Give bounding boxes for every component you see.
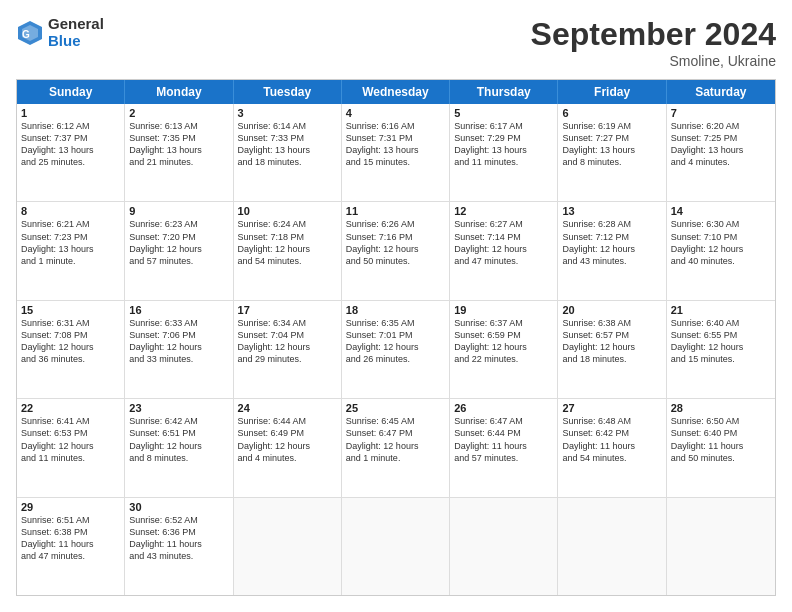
day-cell-5: 5Sunrise: 6:17 AM Sunset: 7:29 PM Daylig… bbox=[450, 104, 558, 201]
day-cell-21: 21Sunrise: 6:40 AM Sunset: 6:55 PM Dayli… bbox=[667, 301, 775, 398]
day-info: Sunrise: 6:50 AM Sunset: 6:40 PM Dayligh… bbox=[671, 415, 771, 464]
day-info: Sunrise: 6:21 AM Sunset: 7:23 PM Dayligh… bbox=[21, 218, 120, 267]
day-info: Sunrise: 6:44 AM Sunset: 6:49 PM Dayligh… bbox=[238, 415, 337, 464]
day-cell-10: 10Sunrise: 6:24 AM Sunset: 7:18 PM Dayli… bbox=[234, 202, 342, 299]
day-cell-6: 6Sunrise: 6:19 AM Sunset: 7:27 PM Daylig… bbox=[558, 104, 666, 201]
calendar-row-3: 15Sunrise: 6:31 AM Sunset: 7:08 PM Dayli… bbox=[17, 301, 775, 399]
day-number: 11 bbox=[346, 205, 445, 217]
title-block: September 2024 Smoline, Ukraine bbox=[531, 16, 776, 69]
day-info: Sunrise: 6:27 AM Sunset: 7:14 PM Dayligh… bbox=[454, 218, 553, 267]
day-cell-19: 19Sunrise: 6:37 AM Sunset: 6:59 PM Dayli… bbox=[450, 301, 558, 398]
day-number: 1 bbox=[21, 107, 120, 119]
logo: G General Blue bbox=[16, 16, 104, 49]
day-info: Sunrise: 6:47 AM Sunset: 6:44 PM Dayligh… bbox=[454, 415, 553, 464]
day-cell-12: 12Sunrise: 6:27 AM Sunset: 7:14 PM Dayli… bbox=[450, 202, 558, 299]
svg-text:G: G bbox=[22, 29, 30, 40]
subtitle: Smoline, Ukraine bbox=[531, 53, 776, 69]
header-day-tuesday: Tuesday bbox=[234, 80, 342, 104]
day-info: Sunrise: 6:38 AM Sunset: 6:57 PM Dayligh… bbox=[562, 317, 661, 366]
day-number: 15 bbox=[21, 304, 120, 316]
calendar-row-4: 22Sunrise: 6:41 AM Sunset: 6:53 PM Dayli… bbox=[17, 399, 775, 497]
day-info: Sunrise: 6:37 AM Sunset: 6:59 PM Dayligh… bbox=[454, 317, 553, 366]
month-title: September 2024 bbox=[531, 16, 776, 53]
day-number: 16 bbox=[129, 304, 228, 316]
page: G General Blue September 2024 Smoline, U… bbox=[0, 0, 792, 612]
day-cell-11: 11Sunrise: 6:26 AM Sunset: 7:16 PM Dayli… bbox=[342, 202, 450, 299]
day-cell-9: 9Sunrise: 6:23 AM Sunset: 7:20 PM Daylig… bbox=[125, 202, 233, 299]
header-day-monday: Monday bbox=[125, 80, 233, 104]
empty-cell bbox=[342, 498, 450, 595]
header: G General Blue September 2024 Smoline, U… bbox=[16, 16, 776, 69]
day-info: Sunrise: 6:48 AM Sunset: 6:42 PM Dayligh… bbox=[562, 415, 661, 464]
day-number: 26 bbox=[454, 402, 553, 414]
day-cell-20: 20Sunrise: 6:38 AM Sunset: 6:57 PM Dayli… bbox=[558, 301, 666, 398]
day-cell-2: 2Sunrise: 6:13 AM Sunset: 7:35 PM Daylig… bbox=[125, 104, 233, 201]
day-number: 22 bbox=[21, 402, 120, 414]
empty-cell bbox=[234, 498, 342, 595]
day-info: Sunrise: 6:26 AM Sunset: 7:16 PM Dayligh… bbox=[346, 218, 445, 267]
calendar-header: SundayMondayTuesdayWednesdayThursdayFrid… bbox=[17, 80, 775, 104]
day-number: 21 bbox=[671, 304, 771, 316]
logo-text: General Blue bbox=[48, 16, 104, 49]
day-info: Sunrise: 6:31 AM Sunset: 7:08 PM Dayligh… bbox=[21, 317, 120, 366]
day-cell-24: 24Sunrise: 6:44 AM Sunset: 6:49 PM Dayli… bbox=[234, 399, 342, 496]
day-info: Sunrise: 6:24 AM Sunset: 7:18 PM Dayligh… bbox=[238, 218, 337, 267]
header-day-friday: Friday bbox=[558, 80, 666, 104]
day-info: Sunrise: 6:23 AM Sunset: 7:20 PM Dayligh… bbox=[129, 218, 228, 267]
logo-icon: G bbox=[16, 19, 44, 47]
day-number: 9 bbox=[129, 205, 228, 217]
day-number: 20 bbox=[562, 304, 661, 316]
day-cell-13: 13Sunrise: 6:28 AM Sunset: 7:12 PM Dayli… bbox=[558, 202, 666, 299]
day-info: Sunrise: 6:33 AM Sunset: 7:06 PM Dayligh… bbox=[129, 317, 228, 366]
day-number: 12 bbox=[454, 205, 553, 217]
day-number: 10 bbox=[238, 205, 337, 217]
day-cell-3: 3Sunrise: 6:14 AM Sunset: 7:33 PM Daylig… bbox=[234, 104, 342, 201]
day-info: Sunrise: 6:52 AM Sunset: 6:36 PM Dayligh… bbox=[129, 514, 228, 563]
day-cell-23: 23Sunrise: 6:42 AM Sunset: 6:51 PM Dayli… bbox=[125, 399, 233, 496]
day-info: Sunrise: 6:51 AM Sunset: 6:38 PM Dayligh… bbox=[21, 514, 120, 563]
day-number: 3 bbox=[238, 107, 337, 119]
day-number: 24 bbox=[238, 402, 337, 414]
day-cell-18: 18Sunrise: 6:35 AM Sunset: 7:01 PM Dayli… bbox=[342, 301, 450, 398]
header-day-wednesday: Wednesday bbox=[342, 80, 450, 104]
day-number: 25 bbox=[346, 402, 445, 414]
day-cell-1: 1Sunrise: 6:12 AM Sunset: 7:37 PM Daylig… bbox=[17, 104, 125, 201]
day-number: 4 bbox=[346, 107, 445, 119]
calendar-body: 1Sunrise: 6:12 AM Sunset: 7:37 PM Daylig… bbox=[17, 104, 775, 595]
day-info: Sunrise: 6:12 AM Sunset: 7:37 PM Dayligh… bbox=[21, 120, 120, 169]
header-day-sunday: Sunday bbox=[17, 80, 125, 104]
day-number: 7 bbox=[671, 107, 771, 119]
day-number: 23 bbox=[129, 402, 228, 414]
day-number: 18 bbox=[346, 304, 445, 316]
day-cell-8: 8Sunrise: 6:21 AM Sunset: 7:23 PM Daylig… bbox=[17, 202, 125, 299]
day-info: Sunrise: 6:17 AM Sunset: 7:29 PM Dayligh… bbox=[454, 120, 553, 169]
day-number: 29 bbox=[21, 501, 120, 513]
day-cell-17: 17Sunrise: 6:34 AM Sunset: 7:04 PM Dayli… bbox=[234, 301, 342, 398]
empty-cell bbox=[558, 498, 666, 595]
day-cell-22: 22Sunrise: 6:41 AM Sunset: 6:53 PM Dayli… bbox=[17, 399, 125, 496]
day-number: 13 bbox=[562, 205, 661, 217]
day-cell-14: 14Sunrise: 6:30 AM Sunset: 7:10 PM Dayli… bbox=[667, 202, 775, 299]
header-day-saturday: Saturday bbox=[667, 80, 775, 104]
day-number: 8 bbox=[21, 205, 120, 217]
day-info: Sunrise: 6:20 AM Sunset: 7:25 PM Dayligh… bbox=[671, 120, 771, 169]
day-info: Sunrise: 6:34 AM Sunset: 7:04 PM Dayligh… bbox=[238, 317, 337, 366]
calendar-row-2: 8Sunrise: 6:21 AM Sunset: 7:23 PM Daylig… bbox=[17, 202, 775, 300]
calendar-row-5: 29Sunrise: 6:51 AM Sunset: 6:38 PM Dayli… bbox=[17, 498, 775, 595]
header-day-thursday: Thursday bbox=[450, 80, 558, 104]
day-cell-15: 15Sunrise: 6:31 AM Sunset: 7:08 PM Dayli… bbox=[17, 301, 125, 398]
day-number: 5 bbox=[454, 107, 553, 119]
day-number: 19 bbox=[454, 304, 553, 316]
day-info: Sunrise: 6:41 AM Sunset: 6:53 PM Dayligh… bbox=[21, 415, 120, 464]
day-number: 17 bbox=[238, 304, 337, 316]
day-number: 30 bbox=[129, 501, 228, 513]
day-cell-7: 7Sunrise: 6:20 AM Sunset: 7:25 PM Daylig… bbox=[667, 104, 775, 201]
empty-cell bbox=[450, 498, 558, 595]
day-cell-29: 29Sunrise: 6:51 AM Sunset: 6:38 PM Dayli… bbox=[17, 498, 125, 595]
day-number: 28 bbox=[671, 402, 771, 414]
calendar-row-1: 1Sunrise: 6:12 AM Sunset: 7:37 PM Daylig… bbox=[17, 104, 775, 202]
day-cell-27: 27Sunrise: 6:48 AM Sunset: 6:42 PM Dayli… bbox=[558, 399, 666, 496]
calendar: SundayMondayTuesdayWednesdayThursdayFrid… bbox=[16, 79, 776, 596]
day-number: 2 bbox=[129, 107, 228, 119]
day-cell-30: 30Sunrise: 6:52 AM Sunset: 6:36 PM Dayli… bbox=[125, 498, 233, 595]
